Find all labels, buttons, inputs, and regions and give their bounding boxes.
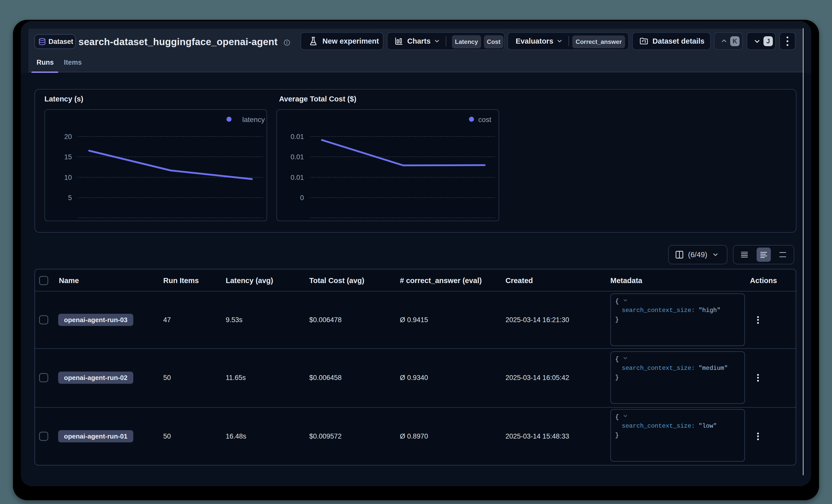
svg-text:latency: latency [242, 116, 265, 123]
svg-text:10: 10 [64, 174, 72, 181]
svg-text:20: 20 [64, 133, 72, 141]
svg-text:15: 15 [64, 153, 72, 161]
svg-text:0.01: 0.01 [290, 174, 304, 181]
svg-text:cost: cost [478, 116, 492, 123]
svg-text:0: 0 [300, 194, 304, 202]
svg-text:0.01: 0.01 [290, 133, 304, 141]
svg-text:0.01: 0.01 [290, 153, 304, 161]
svg-text:5: 5 [68, 194, 72, 202]
